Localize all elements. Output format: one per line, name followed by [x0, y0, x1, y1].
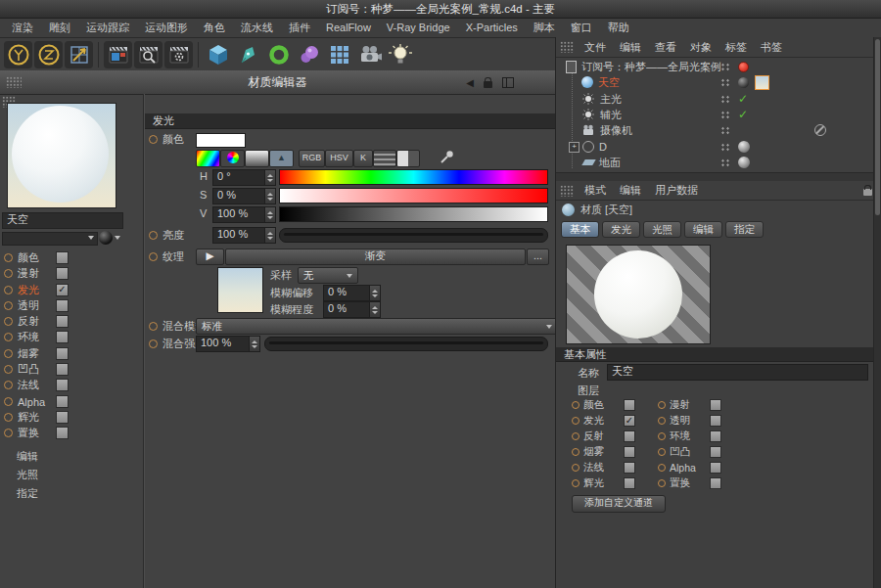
disabled-circle-icon[interactable] — [814, 124, 826, 136]
saturation-gradient-bar[interactable] — [279, 188, 548, 204]
torus-tool-icon[interactable] — [263, 40, 294, 69]
toggle-color[interactable]: 颜色 — [572, 399, 658, 411]
menu-character[interactable]: 角色 — [196, 19, 233, 37]
collapse-left-icon[interactable]: ◀ — [466, 77, 474, 88]
material-name-input[interactable]: 天空 — [2, 212, 123, 229]
channel-row-glow[interactable]: 辉光 — [4, 410, 141, 425]
eyedropper-icon[interactable] — [439, 149, 455, 167]
name-input[interactable]: 天空 — [607, 364, 868, 381]
material-editor-titlebar[interactable]: 材质编辑器 ◀ — [0, 70, 555, 95]
animation-dot-icon[interactable] — [149, 322, 158, 331]
visibility-dots-icon[interactable] — [720, 78, 730, 87]
blur-scale-spinner[interactable]: 0 % — [323, 301, 381, 318]
object-row-d[interactable]: + D — [556, 139, 881, 155]
brightness-spinner[interactable]: 100 % — [212, 227, 276, 244]
brightness-slider[interactable] — [279, 228, 548, 243]
channel-label[interactable]: 凹凸 — [18, 362, 53, 377]
channel-checkbox[interactable]: ✓ — [624, 415, 635, 427]
tab-assign[interactable]: 指定 — [725, 221, 764, 238]
object-row-camera[interactable]: 摄像机 — [556, 122, 881, 138]
menu-plugins[interactable]: 插件 — [281, 19, 318, 37]
object-label[interactable]: D — [599, 141, 607, 153]
spinner-arrows-icon[interactable] — [369, 302, 380, 317]
sampling-dropdown[interactable]: 无 — [298, 267, 358, 284]
expand-plus-icon[interactable]: + — [569, 142, 580, 153]
mixer-mode-icon[interactable] — [373, 150, 396, 167]
array-tool-icon[interactable] — [324, 40, 354, 69]
channel-checkbox[interactable] — [56, 427, 69, 439]
toggle-fog[interactable]: 烟雾 — [572, 446, 658, 458]
toggle-environment[interactable]: 环境 — [658, 430, 744, 442]
menu-sculpt[interactable]: 雕刻 — [41, 19, 78, 37]
om-menu-objects[interactable]: 对象 — [683, 40, 719, 55]
mode-assign[interactable]: 指定 — [17, 486, 38, 501]
object-row-filllight[interactable]: 辅光 ✓ — [556, 107, 881, 122]
channel-checkbox[interactable] — [56, 299, 69, 312]
lock-icon[interactable] — [863, 189, 872, 196]
metaball-tool-icon[interactable] — [294, 40, 324, 69]
toggle-alpha[interactable]: Alpha — [658, 462, 744, 474]
workplane-icon[interactable] — [65, 41, 93, 68]
object-label[interactable]: 摄像机 — [600, 123, 632, 138]
channel-label[interactable]: 发光 — [18, 283, 53, 297]
object-label[interactable]: 主光 — [600, 92, 622, 107]
gradient-picker-icon[interactable] — [245, 150, 269, 167]
menu-motion-tracker[interactable]: 运动跟踪 — [78, 19, 137, 37]
channel-checkbox[interactable] — [56, 251, 69, 264]
vertical-scrollbar[interactable] — [873, 37, 881, 588]
channel-checkbox[interactable] — [56, 395, 69, 408]
visibility-dots-icon[interactable] — [720, 111, 730, 119]
object-label[interactable]: 辅光 — [600, 108, 622, 122]
attribute-material-preview[interactable] — [566, 245, 711, 344]
layout-panel-icon[interactable] — [502, 77, 514, 88]
channel-label[interactable]: 环境 — [18, 330, 53, 344]
render-view-icon[interactable] — [104, 41, 132, 68]
spinner-arrows-icon[interactable] — [264, 189, 275, 204]
mix-mode-dropdown[interactable]: 标准 — [196, 318, 558, 335]
blur-offset-spinner[interactable]: 0 % — [323, 285, 381, 301]
texture-tag-icon[interactable] — [755, 75, 769, 90]
spinner-arrows-icon[interactable] — [264, 207, 275, 222]
toggle-glow[interactable]: 辉光 — [572, 477, 658, 489]
om-menu-tags[interactable]: 标签 — [719, 40, 754, 55]
channel-checkbox[interactable] — [56, 363, 69, 376]
camera-tool-icon[interactable] — [354, 40, 385, 69]
object-row-sky[interactable]: 天空 — [556, 74, 881, 90]
compositing-tag-icon[interactable] — [738, 77, 749, 88]
visibility-dots-icon[interactable] — [720, 95, 730, 104]
channel-row-luminance[interactable]: 发光✓ — [4, 283, 141, 297]
object-row-scene[interactable]: 订阅号：种梦——全局光案例 — [556, 59, 881, 74]
texture-shader-button[interactable]: 渐变 — [225, 249, 526, 265]
channel-checkbox[interactable] — [624, 477, 635, 489]
om-menu-bookmarks[interactable]: 书签 — [754, 40, 789, 55]
channel-label[interactable]: 置换 — [18, 426, 53, 440]
basic-properties-header[interactable]: 基本属性 — [556, 347, 881, 362]
channel-row-displacement[interactable]: 置换 — [4, 426, 141, 440]
enabled-check-icon[interactable]: ✓ — [738, 109, 748, 120]
tab-luminance[interactable]: 发光 — [602, 221, 640, 238]
value-gradient-bar[interactable] — [279, 206, 548, 222]
channel-label[interactable]: 反射 — [18, 314, 53, 329]
toggle-bump[interactable]: 凹凸 — [658, 446, 744, 458]
channel-row-bump[interactable]: 凹凸 — [4, 362, 141, 377]
mix-strength-spinner[interactable]: 100 % — [196, 336, 260, 352]
cube-tool-icon[interactable] — [203, 40, 233, 69]
channel-checkbox[interactable] — [56, 411, 69, 424]
animation-dot-icon[interactable] — [149, 135, 158, 144]
menu-xparticles[interactable]: X-Particles — [458, 19, 526, 37]
kelvin-mode-button[interactable]: K — [353, 150, 373, 167]
mix-strength-slider[interactable] — [264, 337, 548, 351]
mode-editor[interactable]: 编辑 — [17, 449, 38, 464]
am-menu-userdata[interactable]: 用户数据 — [648, 183, 705, 198]
channel-label[interactable]: 透明 — [18, 298, 53, 313]
menu-render[interactable]: 渲染 — [4, 19, 41, 37]
material-tag-icon[interactable] — [738, 157, 750, 168]
value-spinner[interactable]: 100 % — [212, 206, 276, 223]
texture-thumbnail[interactable] — [217, 267, 263, 313]
object-label[interactable]: 订阅号：种梦——全局光案例 — [581, 60, 721, 74]
animation-dot-icon[interactable] — [149, 339, 158, 348]
lock-icon[interactable] — [484, 81, 492, 88]
render-region-icon[interactable] — [134, 41, 162, 68]
add-custom-channel-button[interactable]: 添加自定义通道 — [572, 495, 666, 513]
channel-checkbox[interactable] — [56, 347, 69, 360]
